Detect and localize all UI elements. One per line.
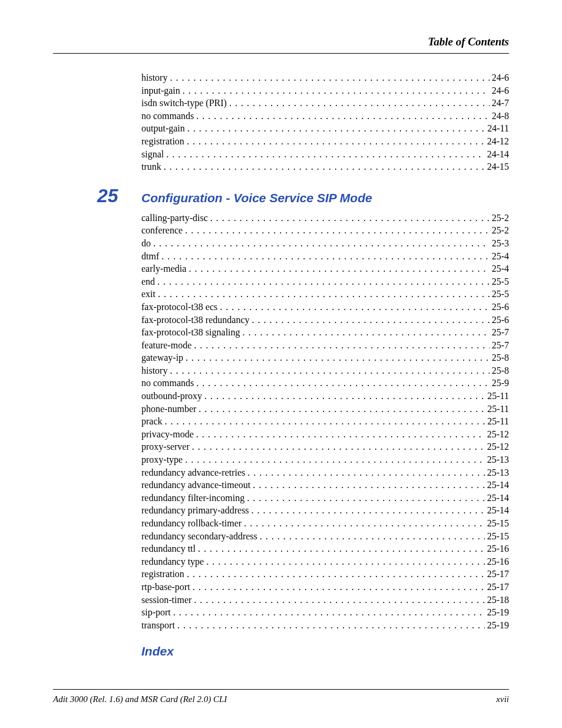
toc-entry[interactable]: trunk24-15: [141, 160, 509, 173]
toc-leader-dots: [206, 555, 484, 568]
toc-entry-label: gateway-ip: [141, 351, 183, 364]
toc-entry[interactable]: redundancy advance-retries25-13: [141, 466, 509, 479]
toc-leader-dots: [153, 237, 490, 250]
toc-leader-dots: [196, 377, 489, 390]
toc-entry[interactable]: fax-protocol-t38 ecs25-6: [141, 301, 509, 314]
toc-entry[interactable]: conference25-2: [141, 224, 509, 237]
toc-entry-label: registration: [141, 135, 184, 148]
toc-entry[interactable]: end25-5: [141, 275, 509, 288]
toc-entry[interactable]: early-media25-4: [141, 262, 509, 275]
toc-entry-label: redundancy rollback-timer: [141, 517, 242, 530]
toc-entry-label: redundancy advance-timeout: [141, 479, 250, 492]
toc-leader-dots: [183, 84, 490, 97]
toc-entry-page: 25-4: [492, 250, 509, 263]
toc-leader-dots: [198, 542, 485, 555]
toc-entry-label: output-gain: [141, 122, 185, 135]
toc-entry-page: 25-17: [487, 568, 509, 581]
toc-entry-page: 25-12: [487, 440, 509, 453]
toc-entry-label: conference: [141, 224, 183, 237]
toc-entry-page: 25-19: [487, 619, 509, 632]
toc-entry[interactable]: prack25-11: [141, 415, 509, 428]
toc-entry-page: 25-14: [487, 492, 509, 505]
toc-entry[interactable]: redundancy primary-address25-14: [141, 504, 509, 517]
toc-leader-dots: [187, 135, 485, 148]
toc-entry-label: proxy-type: [141, 453, 183, 466]
toc-entry-label: feature-mode: [141, 339, 191, 352]
toc-leader-dots: [157, 275, 490, 288]
toc-entry-label: prack: [141, 415, 163, 428]
toc-leader-dots: [196, 110, 489, 123]
page-footer: Adit 3000 (Rel. 1.6) and MSR Card (Rel 2…: [53, 689, 509, 704]
toc-leader-dots: [170, 71, 489, 84]
toc-leader-dots: [192, 440, 485, 453]
toc-leader-dots: [166, 148, 484, 161]
toc-entry[interactable]: registration24-12: [141, 135, 509, 148]
toc-entry-page: 24-8: [492, 110, 509, 123]
toc-entry-label: phone-number: [141, 403, 196, 416]
toc-leader-dots: [194, 339, 489, 352]
toc-entry[interactable]: output-gain24-11: [141, 122, 509, 135]
toc-entry[interactable]: redundancy type25-16: [141, 555, 509, 568]
toc-entry[interactable]: sip-port25-19: [141, 606, 509, 619]
toc-entry[interactable]: signal24-14: [141, 148, 509, 161]
toc-entry[interactable]: fax-protocol-t38 signaling25-7: [141, 326, 509, 339]
toc-entry-page: 25-6: [492, 301, 509, 314]
toc-entry[interactable]: input-gain24-6: [141, 84, 509, 97]
toc-entry[interactable]: privacy-mode25-12: [141, 428, 509, 441]
toc-leader-dots: [165, 415, 485, 428]
toc-leader-dots: [196, 428, 485, 441]
toc-entry[interactable]: outbound-proxy25-11: [141, 390, 509, 403]
toc-entry[interactable]: do25-3: [141, 237, 509, 250]
toc-entry[interactable]: history25-8: [141, 364, 509, 377]
toc-entry-page: 25-2: [492, 224, 509, 237]
toc-entry[interactable]: history24-6: [141, 71, 509, 84]
toc-entry[interactable]: transport25-19: [141, 619, 509, 632]
toc-entry-page: 25-6: [492, 314, 509, 327]
toc-entry[interactable]: phone-number25-11: [141, 403, 509, 416]
chapter-number: 25: [97, 185, 141, 207]
chapter-title[interactable]: Configuration - Voice Service SIP Mode: [141, 191, 372, 205]
toc-entry[interactable]: no commands25-9: [141, 377, 509, 390]
toc-entry[interactable]: redundancy secondary-address25-15: [141, 530, 509, 543]
toc-entry-page: 25-16: [487, 555, 509, 568]
toc-entry[interactable]: proxy-type25-13: [141, 453, 509, 466]
toc-leader-dots: [247, 492, 485, 505]
toc-leader-dots: [243, 326, 490, 339]
toc-entry[interactable]: dtmf25-4: [141, 250, 509, 263]
toc-entry-label: input-gain: [141, 84, 180, 97]
toc-entry-label: privacy-mode: [141, 428, 194, 441]
toc-leader-dots: [177, 619, 485, 632]
toc-entry-page: 25-15: [487, 530, 509, 543]
toc-entry-page: 25-13: [487, 466, 509, 479]
toc-entry[interactable]: redundancy rollback-timer25-15: [141, 517, 509, 530]
toc-entry[interactable]: redundancy filter-incoming25-14: [141, 492, 509, 505]
toc-entry[interactable]: exit25-5: [141, 288, 509, 301]
toc-entry[interactable]: redundancy ttl25-16: [141, 542, 509, 555]
toc-entry[interactable]: redundancy advance-timeout25-14: [141, 479, 509, 492]
toc-entry[interactable]: no commands24-8: [141, 110, 509, 123]
toc-entry-label: exit: [141, 288, 156, 301]
toc-leader-dots: [186, 351, 490, 364]
toc-entry[interactable]: session-timer25-18: [141, 594, 509, 607]
toc-leader-dots: [252, 504, 485, 517]
toc-entry[interactable]: registration25-17: [141, 568, 509, 581]
toc-entry-label: no commands: [141, 377, 194, 390]
toc-entry[interactable]: rtp-base-port25-17: [141, 581, 509, 594]
toc-leader-dots: [185, 453, 484, 466]
toc-entry-label: calling-party-disc: [141, 212, 208, 225]
index-heading[interactable]: Index: [141, 644, 509, 658]
toc-leader-dots: [164, 160, 485, 173]
toc-entry[interactable]: fax-protocol-t38 redundancy25-6: [141, 314, 509, 327]
toc-entry[interactable]: isdn switch-type (PRI)24-7: [141, 97, 509, 110]
toc-entry-label: no commands: [141, 110, 194, 123]
toc-entry[interactable]: proxy-server25-12: [141, 440, 509, 453]
toc-entry[interactable]: feature-mode25-7: [141, 339, 509, 352]
toc-entry[interactable]: calling-party-disc25-2: [141, 212, 509, 225]
toc-entry-label: end: [141, 275, 155, 288]
toc-entry-page: 25-11: [487, 415, 509, 428]
toc-entry[interactable]: gateway-ip25-8: [141, 351, 509, 364]
toc-leader-dots: [252, 314, 489, 327]
toc-entry-page: 24-6: [492, 84, 509, 97]
toc-section: 25Configuration - Voice Service SIP Mode…: [141, 185, 509, 632]
toc-entry-label: registration: [141, 568, 184, 581]
